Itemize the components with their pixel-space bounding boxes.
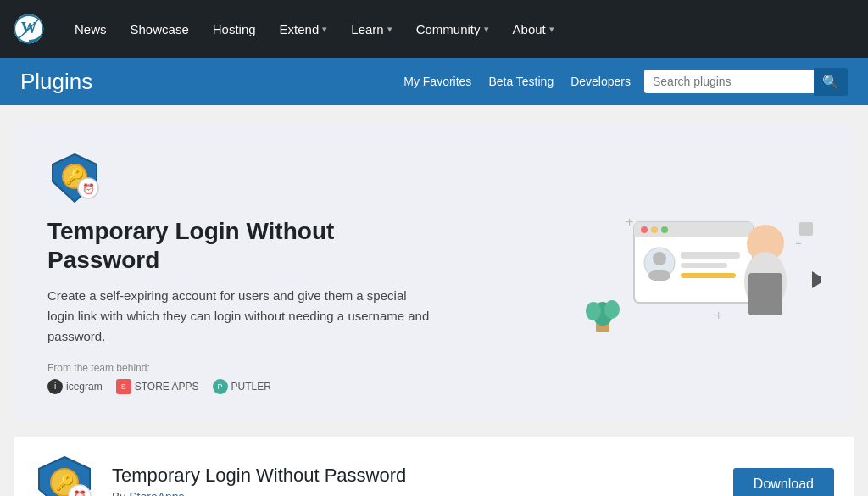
nav-item-about[interactable]: About ▾ <box>503 15 565 43</box>
svg-text:⏰: ⏰ <box>73 489 87 496</box>
plugin-banner: 🔑 ⏰ Temporary Login Without Password Cre… <box>14 125 854 420</box>
plugin-info: Temporary Login Without Password By Stor… <box>112 465 716 496</box>
svg-marker-29 <box>812 271 821 288</box>
svg-point-10 <box>651 226 658 233</box>
plugin-icon-large: 🔑 ⏰ <box>34 454 95 496</box>
logo-putler: P PUTLER <box>213 379 271 394</box>
banner-team-label: From the team behind: <box>47 362 434 374</box>
nav-item-extend[interactable]: Extend ▾ <box>270 15 338 43</box>
my-favorites-link[interactable]: My Favorites <box>403 75 471 88</box>
svg-rect-28 <box>799 222 813 236</box>
svg-rect-16 <box>681 263 727 268</box>
extend-chevron-icon: ▾ <box>322 24 327 35</box>
svg-text:⏰: ⏰ <box>82 182 95 195</box>
banner-illustration: + + + <box>549 197 821 349</box>
banner-right: + + + <box>434 197 821 349</box>
top-navigation: W News Showcase Hosting Extend ▾ Learn ▾… <box>0 0 868 58</box>
plugin-name: Temporary Login Without Password <box>112 465 716 487</box>
plugins-nav-links: My Favorites Beta Testing Developers <box>403 75 631 88</box>
banner-left: 🔑 ⏰ Temporary Login Without Password Cre… <box>47 151 434 394</box>
svg-point-23 <box>586 302 601 320</box>
svg-rect-20 <box>748 273 782 315</box>
svg-point-24 <box>604 300 620 319</box>
svg-text:+: + <box>715 308 722 322</box>
search-button[interactable]: 🔍 <box>814 68 848 96</box>
plugins-title: Plugins <box>20 69 92 95</box>
download-button[interactable]: Download <box>733 468 834 496</box>
nav-item-community[interactable]: Community ▾ <box>406 15 499 43</box>
banner-logos: i icegram S STORE APPS P PUTLER <box>47 379 434 394</box>
wordpress-logo[interactable]: W <box>14 14 44 44</box>
banner-title: Temporary Login Without Password <box>47 217 434 274</box>
svg-point-9 <box>641 226 648 233</box>
plugin-author-link[interactable]: StoreApps <box>129 490 184 496</box>
banner-plugin-icon: 🔑 ⏰ <box>47 151 102 205</box>
svg-rect-15 <box>681 252 740 259</box>
svg-point-11 <box>661 226 668 233</box>
svg-rect-17 <box>681 273 736 278</box>
icegram-icon: i <box>47 379 63 394</box>
plugins-header-bar: Plugins My Favorites Beta Testing Develo… <box>0 58 868 105</box>
nav-item-news[interactable]: News <box>64 15 117 43</box>
plugin-detail-row: 🔑 ⏰ Temporary Login Without Password By … <box>14 437 854 496</box>
putler-icon: P <box>213 379 228 394</box>
developers-link[interactable]: Developers <box>570 75 631 88</box>
svg-text:W: W <box>21 19 37 36</box>
search-bar: 🔍 <box>644 68 848 96</box>
nav-item-learn[interactable]: Learn ▾ <box>341 15 402 43</box>
main-content: 🔑 ⏰ Temporary Login Without Password Cre… <box>0 105 868 496</box>
nav-item-hosting[interactable]: Hosting <box>203 15 266 43</box>
nav-menu: News Showcase Hosting Extend ▾ Learn ▾ C… <box>64 15 565 43</box>
search-input[interactable] <box>644 70 814 93</box>
logo-icegram: i icegram <box>47 379 103 394</box>
storeapps-icon: S <box>116 379 131 394</box>
svg-text:+: + <box>795 237 802 250</box>
about-chevron-icon: ▾ <box>549 24 554 35</box>
learn-chevron-icon: ▾ <box>387 24 392 35</box>
svg-point-14 <box>648 270 670 281</box>
plugin-author: By StoreApps <box>112 490 716 496</box>
community-chevron-icon: ▾ <box>484 24 489 35</box>
logo-storeapps: S STORE APPS <box>116 379 199 394</box>
beta-testing-link[interactable]: Beta Testing <box>488 75 554 88</box>
banner-description: Create a self-expiring account for users… <box>47 286 434 347</box>
nav-item-showcase[interactable]: Showcase <box>120 15 199 43</box>
svg-text:+: + <box>626 215 633 229</box>
svg-point-13 <box>653 252 666 265</box>
